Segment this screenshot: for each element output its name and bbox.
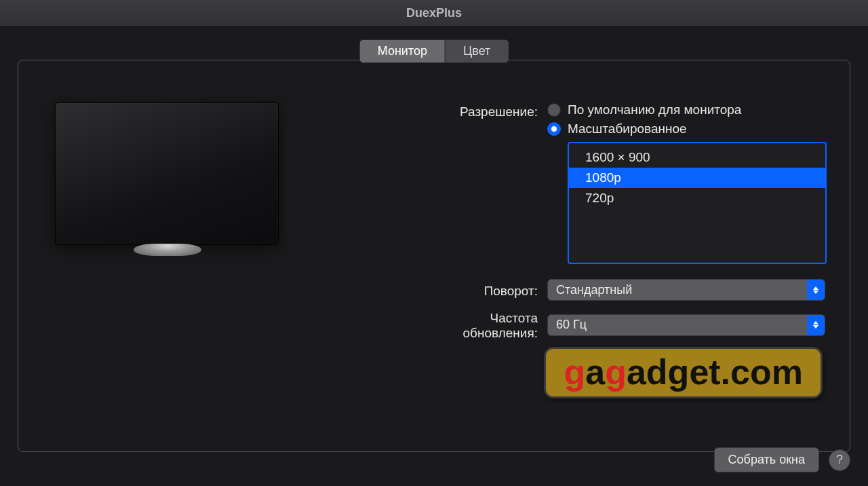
row-refresh: Частота обновления: 60 Гц — [412, 309, 835, 341]
radio-icon — [547, 122, 561, 136]
label-refresh: Частота обновления: — [412, 309, 547, 341]
radio-scaled-resolution[interactable]: Масштабированное — [547, 122, 835, 136]
settings-panel: Разрешение: По умолчанию для монитора Ма… — [18, 60, 850, 452]
watermark-part: g — [605, 352, 627, 392]
chevron-updown-icon — [807, 315, 825, 335]
radio-scaled-label: Масштабированное — [568, 122, 687, 136]
window-title: DuexPlus — [406, 6, 462, 20]
label-rotation: Поворот: — [412, 282, 547, 299]
content-area: Монитор Цвет Разрешение: По умолчанию дл… — [0, 27, 868, 486]
rotation-popup[interactable]: Стандартный — [547, 279, 825, 301]
resolution-option[interactable]: 720p — [569, 188, 825, 208]
refresh-popup[interactable]: 60 Гц — [547, 314, 825, 336]
rotation-value: Стандартный — [556, 283, 632, 297]
tab-group: Монитор Цвет — [359, 39, 509, 63]
watermark-part: a — [585, 352, 605, 392]
resolution-option[interactable]: 1080p — [569, 168, 825, 188]
refresh-value: 60 Гц — [556, 318, 587, 332]
watermark-part: g — [564, 352, 585, 392]
resolution-listbox[interactable]: 1600 × 900 1080p 720p — [568, 142, 827, 264]
watermark-part: adget.com — [627, 352, 803, 392]
settings-column: Разрешение: По умолчанию для монитора Ма… — [412, 102, 835, 349]
row-rotation: Поворот: Стандартный — [412, 279, 835, 301]
label-resolution: Разрешение: — [412, 102, 547, 119]
tab-monitor[interactable]: Монитор — [360, 40, 445, 62]
window-titlebar: DuexPlus — [0, 0, 868, 27]
watermark-badge: gagadget.com — [544, 347, 823, 398]
radio-default-resolution[interactable]: По умолчанию для монитора — [547, 102, 835, 117]
resolution-option[interactable]: 1600 × 900 — [569, 147, 825, 168]
help-button[interactable]: ? — [829, 449, 850, 471]
radio-icon — [547, 103, 561, 117]
gather-windows-button[interactable]: Собрать окна — [714, 447, 819, 472]
bottom-bar: Собрать окна ? — [714, 447, 850, 472]
chevron-updown-icon — [807, 280, 825, 300]
tab-color[interactable]: Цвет — [445, 40, 508, 62]
monitor-preview — [55, 102, 279, 245]
row-resolution: Разрешение: По умолчанию для монитора Ма… — [412, 102, 835, 264]
radio-default-label: По умолчанию для монитора — [568, 102, 741, 117]
monitor-preview-stand — [134, 244, 201, 256]
